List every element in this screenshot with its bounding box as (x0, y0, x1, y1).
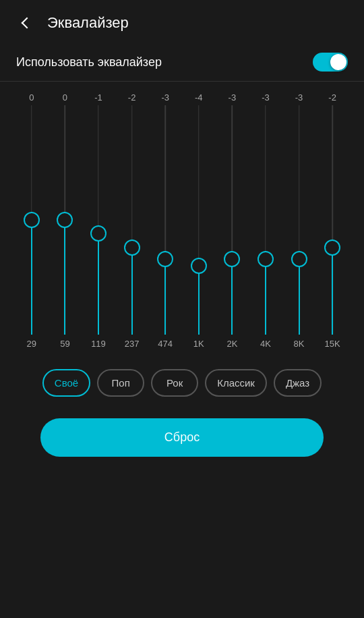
eq-bar-7[interactable] (251, 105, 280, 335)
eq-value-4: -3 (150, 92, 180, 103)
eq-value-0: 0 (17, 92, 47, 103)
eq-value-8: -3 (284, 92, 314, 103)
eq-bar-4[interactable] (150, 105, 180, 335)
eq-bar-8[interactable] (284, 105, 314, 335)
eq-values-row: 00-1-2-3-4-3-3-3-2 (11, 92, 353, 103)
eq-bar-2[interactable] (84, 105, 113, 335)
header: Эквалайзер (0, 0, 364, 46)
eq-freqs-row: 29591192374741K2K4K8K15K (11, 335, 353, 349)
eq-value-3: -2 (117, 92, 147, 103)
eq-bar-5[interactable] (184, 105, 214, 335)
eq-knob-8[interactable] (291, 251, 307, 267)
eq-knob-0[interactable] (24, 212, 40, 228)
back-button[interactable] (13, 11, 38, 35)
eq-fill-0 (31, 212, 32, 335)
toggle-row: Использовать эквалайзер (0, 46, 364, 81)
eq-value-6: -3 (217, 92, 247, 103)
page-title: Эквалайзер (47, 14, 129, 32)
eq-freq-7: 4K (251, 339, 280, 349)
eq-knob-3[interactable] (124, 240, 140, 256)
reset-button-wrap: Сброс (0, 408, 364, 473)
eq-value-2: -1 (84, 92, 113, 103)
eq-freq-2: 119 (84, 339, 113, 349)
eq-value-1: 0 (50, 92, 80, 103)
reset-button[interactable]: Сброс (40, 418, 324, 457)
back-arrow-icon (22, 18, 33, 29)
eq-section: 00-1-2-3-4-3-3-3-2 29591192374741K2K4K8K… (0, 82, 364, 354)
eq-freq-5: 1K (184, 339, 214, 349)
preset-btn-классик[interactable]: Классик (205, 369, 267, 397)
preset-btn-поп[interactable]: Поп (97, 369, 144, 397)
eq-bars-container (11, 105, 353, 335)
equalizer-toggle[interactable] (313, 53, 348, 72)
eq-bar-1[interactable] (50, 105, 80, 335)
eq-freq-4: 474 (150, 339, 180, 349)
eq-freq-8: 8K (284, 339, 314, 349)
eq-bar-0[interactable] (17, 105, 47, 335)
eq-freq-1: 59 (50, 339, 80, 349)
eq-knob-6[interactable] (224, 251, 240, 267)
eq-knob-7[interactable] (257, 251, 274, 267)
presets-row: СвоёПопРокКлассикДжаз (0, 354, 364, 408)
eq-knob-9[interactable] (324, 240, 340, 256)
preset-btn-джаз[interactable]: Джаз (274, 369, 322, 397)
eq-knob-2[interactable] (90, 225, 107, 242)
eq-freq-9: 15K (317, 339, 347, 349)
eq-value-5: -4 (184, 92, 214, 103)
eq-value-9: -2 (317, 92, 347, 103)
eq-bar-6[interactable] (217, 105, 247, 335)
eq-fill-1 (64, 212, 65, 335)
eq-bar-9[interactable] (317, 105, 347, 335)
eq-freq-6: 2K (217, 339, 247, 349)
eq-fill-2 (98, 225, 99, 335)
eq-knob-1[interactable] (57, 212, 73, 228)
preset-btn-рок[interactable]: Рок (151, 369, 198, 397)
preset-btn-своё[interactable]: Своё (42, 369, 90, 397)
eq-knob-5[interactable] (191, 258, 207, 274)
eq-knob-4[interactable] (157, 251, 173, 267)
eq-value-7: -3 (251, 92, 280, 103)
eq-freq-3: 237 (117, 339, 147, 349)
eq-bar-3[interactable] (117, 105, 147, 335)
toggle-label: Использовать эквалайзер (16, 55, 162, 69)
eq-freq-0: 29 (17, 339, 47, 349)
toggle-knob (330, 54, 346, 70)
